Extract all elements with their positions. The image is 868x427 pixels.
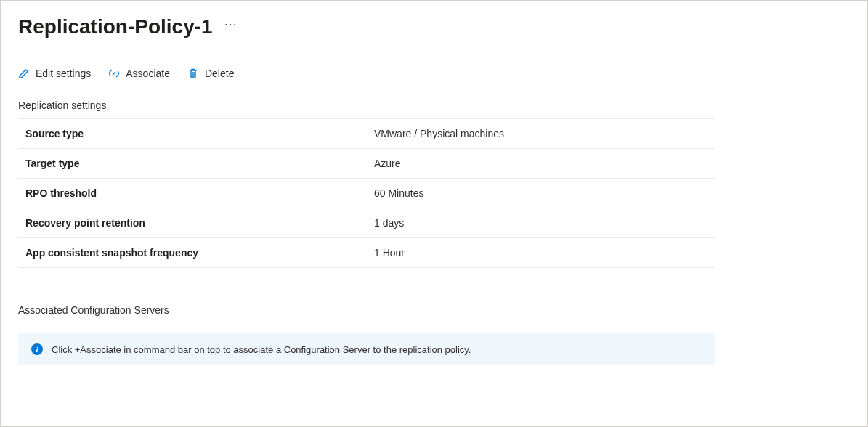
setting-value: VMware / Physical machines (367, 119, 715, 149)
table-row: RPO threshold 60 Minutes (18, 179, 715, 208)
trash-icon (187, 68, 199, 79)
table-row: App consistent snapshot frequency 1 Hour (18, 238, 715, 268)
setting-value: 1 Hour (367, 238, 715, 268)
pencil-icon (18, 68, 30, 79)
setting-label: Recovery point retention (18, 208, 367, 238)
command-bar: Edit settings Associate (18, 68, 850, 79)
associated-servers-label: Associated Configuration Servers (18, 304, 850, 316)
setting-value: Azure (367, 149, 715, 179)
page-title: Replication-Policy-1 (18, 15, 213, 38)
policy-page: Replication-Policy-1 ··· Edit settings A… (0, 0, 868, 427)
setting-value: 1 days (367, 208, 715, 238)
setting-label: Target type (18, 149, 367, 179)
setting-value: 60 Minutes (367, 179, 715, 208)
info-icon: i (31, 343, 43, 355)
table-row: Source type VMware / Physical machines (18, 119, 715, 149)
table-row: Target type Azure (18, 149, 715, 179)
delete-button[interactable]: Delete (187, 68, 234, 79)
edit-settings-label: Edit settings (36, 68, 91, 79)
edit-settings-button[interactable]: Edit settings (18, 68, 91, 79)
setting-label: App consistent snapshot frequency (18, 238, 367, 268)
replication-settings-table: Source type VMware / Physical machines T… (18, 118, 715, 268)
more-actions-button[interactable]: ··· (224, 17, 238, 36)
page-header: Replication-Policy-1 ··· (18, 15, 850, 38)
svg-line-0 (113, 72, 115, 75)
table-row: Recovery point retention 1 days (18, 208, 715, 238)
setting-label: Source type (18, 119, 367, 149)
setting-label: RPO threshold (18, 179, 367, 208)
delete-label: Delete (205, 68, 234, 79)
associate-label: Associate (126, 68, 170, 79)
info-message-text: Click +Associate in command bar on top t… (52, 344, 471, 355)
link-icon (108, 68, 120, 79)
associate-button[interactable]: Associate (108, 68, 170, 79)
info-message-bar: i Click +Associate in command bar on top… (18, 333, 715, 365)
replication-settings-label: Replication settings (18, 99, 850, 111)
